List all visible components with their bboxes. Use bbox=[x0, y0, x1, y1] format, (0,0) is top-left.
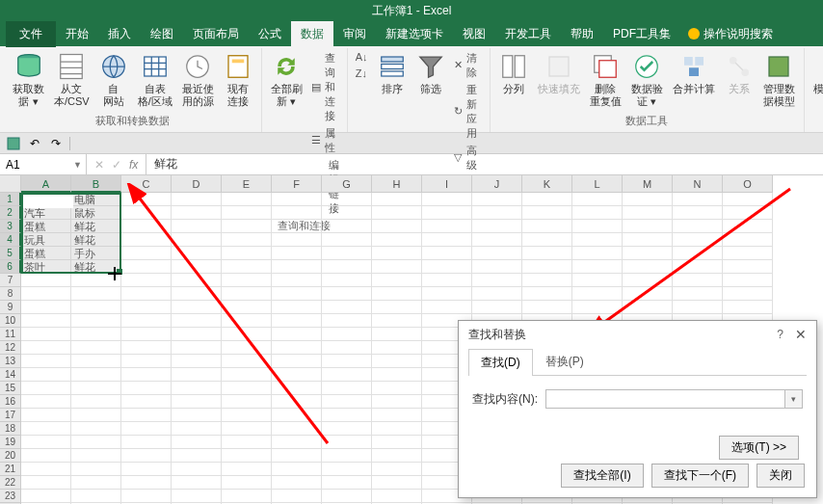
cell[interactable] bbox=[723, 206, 773, 220]
cell[interactable] bbox=[21, 476, 71, 490]
cell[interactable] bbox=[222, 193, 272, 206]
cell[interactable] bbox=[121, 274, 172, 287]
cell[interactable] bbox=[71, 490, 121, 503]
row-header[interactable]: 23 bbox=[0, 490, 21, 503]
cell[interactable] bbox=[121, 287, 172, 301]
cell[interactable] bbox=[222, 409, 272, 422]
cell[interactable] bbox=[272, 206, 322, 220]
cell[interactable] bbox=[121, 341, 172, 355]
cell[interactable] bbox=[172, 274, 222, 287]
cell[interactable] bbox=[372, 287, 422, 301]
cell[interactable] bbox=[222, 449, 272, 463]
cell[interactable] bbox=[422, 220, 472, 233]
cell[interactable] bbox=[21, 355, 71, 368]
cell[interactable] bbox=[121, 409, 172, 422]
cell[interactable] bbox=[172, 260, 222, 274]
cell[interactable] bbox=[472, 220, 522, 233]
cell[interactable] bbox=[372, 436, 422, 449]
row-header[interactable]: 14 bbox=[0, 368, 21, 382]
cell[interactable] bbox=[723, 247, 773, 260]
cell[interactable] bbox=[572, 287, 623, 301]
get-data-button[interactable]: 获取数 据 ▾ bbox=[10, 50, 47, 110]
row-header[interactable]: 12 bbox=[0, 341, 21, 355]
cell[interactable] bbox=[272, 436, 322, 449]
cell[interactable] bbox=[222, 382, 272, 395]
cell[interactable] bbox=[372, 449, 422, 463]
cell[interactable] bbox=[422, 274, 472, 287]
cell[interactable] bbox=[322, 382, 372, 395]
cell[interactable] bbox=[372, 463, 422, 476]
column-header[interactable]: I bbox=[422, 175, 472, 193]
sort-button[interactable]: 排序 bbox=[375, 50, 410, 97]
cell[interactable] bbox=[272, 274, 322, 287]
cell[interactable] bbox=[372, 422, 422, 436]
sort-za-button[interactable]: Z↓ bbox=[354, 66, 371, 82]
cell[interactable] bbox=[322, 449, 372, 463]
cell[interactable] bbox=[623, 233, 673, 247]
cell[interactable] bbox=[673, 233, 723, 247]
column-header[interactable]: K bbox=[522, 175, 572, 193]
cell[interactable] bbox=[172, 233, 222, 247]
column-header[interactable]: G bbox=[322, 175, 372, 193]
cell[interactable] bbox=[71, 368, 121, 382]
cell[interactable] bbox=[472, 260, 522, 274]
dialog-titlebar[interactable]: 查找和替换 ? ✕ bbox=[459, 321, 816, 348]
existing-conn-button[interactable]: 现有 连接 bbox=[221, 50, 255, 110]
cell[interactable] bbox=[172, 355, 222, 368]
cell[interactable] bbox=[322, 422, 372, 436]
whatif-button[interactable]: ? 模拟分析 ▾ bbox=[810, 50, 823, 110]
tab-developer[interactable]: 开发工具 bbox=[495, 21, 561, 47]
cell[interactable] bbox=[723, 193, 773, 206]
cell[interactable] bbox=[272, 368, 322, 382]
cell[interactable] bbox=[272, 328, 322, 341]
cell[interactable] bbox=[21, 382, 71, 395]
cell[interactable] bbox=[172, 206, 222, 220]
row-header[interactable]: 22 bbox=[0, 476, 21, 490]
cell[interactable] bbox=[172, 449, 222, 463]
cell[interactable] bbox=[572, 301, 623, 314]
cell[interactable]: 鲜花 bbox=[71, 260, 121, 274]
cell[interactable]: 蛋糕 bbox=[21, 247, 71, 260]
tab-insert[interactable]: 插入 bbox=[98, 21, 141, 47]
cell[interactable] bbox=[272, 301, 322, 314]
cell[interactable] bbox=[222, 463, 272, 476]
cell[interactable] bbox=[222, 206, 272, 220]
cell[interactable] bbox=[372, 490, 422, 503]
cell[interactable] bbox=[372, 409, 422, 422]
row-header[interactable]: 9 bbox=[0, 301, 21, 314]
row-header[interactable]: 18 bbox=[0, 422, 21, 436]
cell[interactable] bbox=[121, 233, 172, 247]
cell[interactable] bbox=[21, 287, 71, 301]
row-header[interactable]: 16 bbox=[0, 395, 21, 409]
cell[interactable] bbox=[623, 260, 673, 274]
column-header[interactable]: M bbox=[623, 175, 673, 193]
cell[interactable] bbox=[372, 314, 422, 328]
from-csv-button[interactable]: 从文 本/CSV bbox=[51, 50, 93, 110]
flash-fill-button[interactable]: 快速填充 bbox=[535, 50, 583, 97]
column-header[interactable]: B bbox=[71, 175, 121, 193]
cell[interactable] bbox=[222, 301, 272, 314]
cell[interactable]: 汽车 bbox=[21, 206, 71, 220]
cell[interactable] bbox=[322, 395, 372, 409]
tab-help[interactable]: 帮助 bbox=[561, 21, 603, 47]
cell[interactable] bbox=[71, 409, 121, 422]
find-all-button[interactable]: 查找全部(I) bbox=[561, 464, 643, 488]
cell[interactable] bbox=[422, 206, 472, 220]
cell[interactable] bbox=[272, 463, 322, 476]
cell[interactable] bbox=[322, 328, 372, 341]
cell[interactable]: 蛋糕 bbox=[21, 220, 71, 233]
cell[interactable] bbox=[522, 274, 572, 287]
tab-replace[interactable]: 替换(P) bbox=[533, 348, 597, 375]
cell[interactable]: 鲜花 bbox=[21, 193, 71, 206]
find-input[interactable] bbox=[545, 389, 785, 409]
find-next-button[interactable]: 查找下一个(F) bbox=[651, 464, 749, 488]
cell[interactable] bbox=[21, 395, 71, 409]
cell[interactable] bbox=[723, 260, 773, 274]
find-dropdown-button[interactable]: ▾ bbox=[785, 389, 803, 409]
cell[interactable] bbox=[121, 382, 172, 395]
column-header[interactable]: C bbox=[121, 175, 172, 193]
row-header[interactable]: 3 bbox=[0, 220, 21, 233]
cell[interactable] bbox=[623, 301, 673, 314]
sort-az-button[interactable]: A↓ bbox=[354, 50, 371, 66]
tab-find[interactable]: 查找(D) bbox=[468, 349, 533, 376]
